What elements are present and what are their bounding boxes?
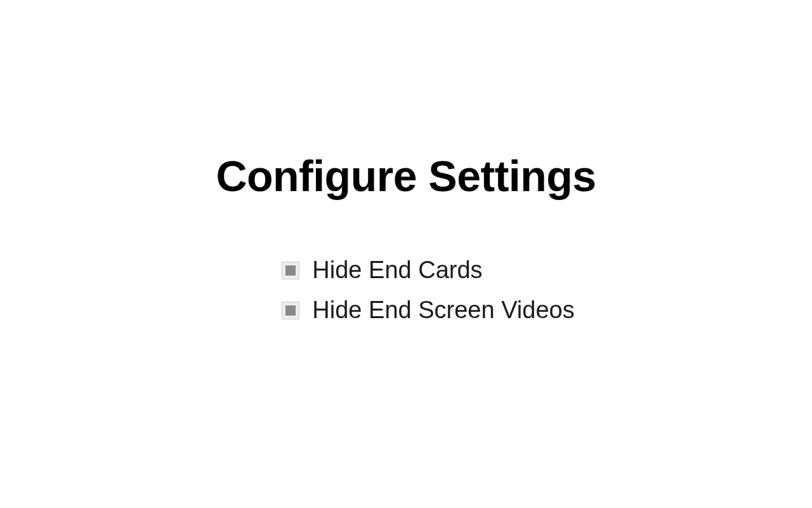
checkbox-hide-end-screen-videos[interactable] (282, 302, 299, 319)
checkbox-hide-end-cards[interactable] (282, 262, 299, 279)
option-label: Hide End Cards (312, 257, 482, 284)
checkbox-indeterminate-icon (285, 265, 296, 276)
option-label: Hide End Screen Videos (312, 297, 574, 324)
checkbox-indeterminate-icon (285, 305, 296, 316)
option-hide-end-cards: Hide End Cards (282, 257, 482, 284)
option-hide-end-screen-videos: Hide End Screen Videos (282, 297, 574, 324)
page-title: Configure Settings (216, 151, 596, 201)
settings-options: Hide End Cards Hide End Screen Videos (282, 257, 574, 324)
